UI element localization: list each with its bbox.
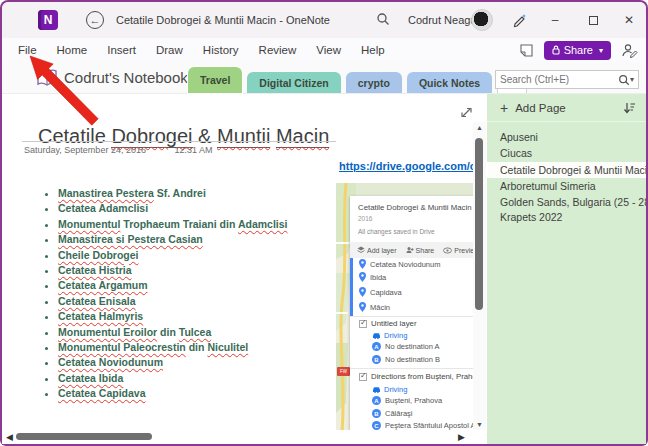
search-box[interactable]: ▾ — [495, 70, 639, 89]
stop-letter-badge: C — [372, 421, 381, 430]
note-text: Cetatea Noviodunum — [58, 356, 163, 368]
stop-letter-badge: A — [372, 342, 381, 351]
page-date: Saturday, September 24, 2016 — [24, 145, 146, 155]
tab-travel[interactable]: Travel — [188, 67, 242, 93]
map-pin-icon — [359, 287, 366, 297]
user-name[interactable]: Codrut Neagu — [408, 14, 477, 26]
menu-draw[interactable]: Draw — [146, 44, 193, 56]
section-tabs: Travel Digital Citizen crypto Quick Note… — [188, 67, 527, 93]
stop-letter-badge: A — [372, 396, 381, 405]
note-text: din — [189, 341, 205, 353]
user-avatar[interactable] — [471, 9, 493, 31]
driving-mode-row: Driving — [372, 331, 407, 340]
maximize-button[interactable] — [580, 8, 606, 32]
vertical-scroll-thumb[interactable] — [475, 138, 483, 310]
stop-letter-badge: B — [372, 409, 381, 418]
list-item: Monumentul Trophaeum Traiani din Adamcli… — [58, 217, 288, 232]
list-item: Cetatea Histria — [58, 263, 288, 278]
tab-crypto[interactable]: crypto — [346, 72, 402, 93]
search-icon[interactable] — [618, 74, 630, 86]
note-text: din — [160, 326, 176, 338]
map-layer-row: ✓ Directions from Buşteni, Prahova ... — [359, 372, 474, 381]
menu-file[interactable]: File — [8, 44, 47, 56]
map-stop-row: B Călăraşi — [372, 409, 474, 418]
divider — [350, 316, 474, 317]
page-row-arboretumul-simeria[interactable]: Arboretumul Simeria — [487, 179, 646, 195]
road-shield-badge: FW — [337, 367, 350, 376]
scroll-up-icon[interactable]: ▲ — [473, 124, 486, 131]
map-pin-icon — [359, 302, 366, 312]
scroll-left-icon[interactable]: ◀ — [6, 432, 13, 442]
maximize-icon — [589, 16, 598, 25]
page-row-golden-sands[interactable]: Golden Sands, Bulgaria (25 - 28 m — [487, 195, 646, 211]
minimize-button[interactable]: – — [542, 8, 568, 32]
menu-history[interactable]: History — [193, 44, 249, 56]
map-stop-row: B No destination B — [372, 355, 474, 364]
eye-icon — [443, 247, 452, 254]
note-text: Manastirea si Pestera Casian — [58, 233, 203, 245]
titlebar-search-icon[interactable] — [376, 12, 390, 26]
lock-icon — [552, 45, 560, 55]
map-pin-icon — [359, 272, 366, 282]
search-scope-dropdown-icon[interactable]: ▾ — [630, 75, 634, 84]
menu-home[interactable]: Home — [47, 44, 98, 56]
onenote-window: N ← Cetatile Dobrogei & Muntii Macin - O… — [0, 0, 648, 446]
plus-icon: + — [500, 100, 508, 116]
checkbox-checked-icon: ✓ — [359, 320, 367, 328]
map-save-status: All changes saved in Drive — [358, 228, 435, 235]
menu-bar: File Home Insert Draw History Review Vie… — [2, 38, 646, 62]
vertical-scrollbar[interactable]: ▲ ▼ — [473, 122, 486, 430]
page-time: 12:31 AM — [174, 145, 212, 155]
notes-list[interactable]: Manastirea Pestera Sf. Andrei Cetatea Ad… — [42, 186, 288, 402]
page-row-ciucas[interactable]: Ciucas — [487, 146, 646, 162]
menu-review[interactable]: Review — [249, 44, 307, 56]
back-button[interactable]: ← — [86, 11, 104, 29]
sort-pages-icon[interactable] — [623, 102, 636, 114]
horizontal-scroll-thumb[interactable] — [16, 433, 152, 440]
pen-sparkle-icon[interactable] — [511, 11, 528, 28]
map-year: 2016 — [358, 215, 372, 222]
divider — [350, 368, 474, 369]
page-row-cetatile-dobrogei-selected[interactable]: Cetatile Dobrogei & Muntii Macin — [487, 162, 646, 178]
list-item: Manastirea Pestera Sf. Andrei — [58, 186, 288, 201]
menu-help[interactable]: Help — [351, 44, 395, 56]
list-item: Cetatea Noviodunum — [58, 355, 288, 370]
search-input[interactable] — [496, 74, 618, 85]
map-pin-item: Măcin — [370, 301, 390, 313]
person-plus-icon — [406, 246, 414, 254]
note-text: Sf. Andrei — [157, 187, 206, 199]
list-item: Monumentul Eroilor din Tulcea — [58, 325, 288, 340]
menu-view[interactable]: View — [306, 44, 351, 56]
horizontal-scrollbar[interactable]: ◀ ▶ — [2, 430, 472, 444]
scroll-right-icon[interactable]: ▶ — [458, 432, 465, 442]
contact-pen-icon[interactable] — [621, 43, 638, 58]
list-item: Cetatea Argamum — [58, 278, 288, 293]
embedded-map-screenshot[interactable]: FW Cetatile Dobrogei & Muntii Macin 2016… — [336, 183, 474, 432]
note-text: Cheile Dobrogei — [58, 249, 139, 261]
map-pin-item: Capidava — [370, 286, 402, 298]
drive-link[interactable]: https://drive.google.com/ope — [339, 160, 475, 172]
map-toolbar: Add layer Share Preview — [350, 242, 474, 258]
note-text: Cetatea Enisala — [58, 295, 136, 307]
tab-quick-notes[interactable]: Quick Notes — [407, 72, 492, 93]
page-row-apuseni[interactable]: Apuseni — [487, 130, 646, 146]
list-item: Cetatea Capidava — [58, 386, 288, 401]
page-editor[interactable]: Cetatile Dobrogei & Muntii Macin Saturda… — [2, 94, 487, 444]
list-item: Cetatea Ibida — [58, 371, 288, 386]
window-title: Cetatile Dobrogei & Muntii Macin - OneNo… — [116, 14, 330, 26]
close-button[interactable]: ✕ — [616, 8, 642, 32]
page-timestamp: Saturday, September 24, 2016 12:31 AM — [24, 145, 212, 155]
notebook-name[interactable]: Codrut's Notebook — [64, 69, 188, 86]
onenote-app-icon[interactable]: N — [38, 10, 58, 30]
menu-insert[interactable]: Insert — [97, 44, 146, 56]
chevron-down-icon: ▾ — [599, 46, 603, 55]
tab-digital-citizen[interactable]: Digital Citizen — [247, 72, 340, 93]
add-page-button[interactable]: + Add Page — [487, 94, 646, 122]
note-text: Niculitel — [207, 341, 248, 353]
share-label: Share — [564, 44, 593, 56]
share-button[interactable]: Share ▾ — [544, 41, 611, 60]
scroll-down-icon[interactable]: ▼ — [473, 421, 486, 428]
sticky-note-icon[interactable] — [519, 43, 534, 58]
page-row-krapets[interactable]: Krapets 2022 — [487, 210, 646, 226]
expand-diagonal-icon[interactable] — [460, 106, 473, 119]
